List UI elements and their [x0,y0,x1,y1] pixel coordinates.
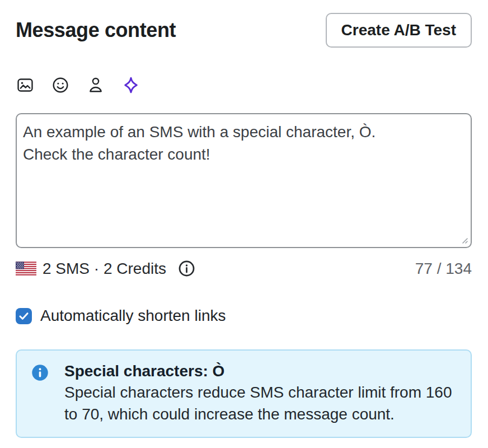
alert-title: Special characters: Ò [64,361,457,381]
message-content-panel: Message content Create A/B Test [0,0,488,438]
credits-info-icon[interactable] [177,259,196,278]
header: Message content Create A/B Test [16,0,472,48]
create-ab-test-button[interactable]: Create A/B Test [326,13,472,48]
sms-credit-count: 2 SMS · 2 Credits [43,260,166,278]
message-textarea[interactable]: An example of an SMS with a special char… [16,113,472,248]
message-editor: An example of an SMS with a special char… [16,113,472,248]
checkmark-icon [18,310,30,322]
special-characters-alert: Special characters: Ò Special characters… [16,349,472,438]
emoji-icon[interactable] [51,76,70,95]
shorten-links-label: Automatically shorten links [40,307,226,325]
page-title: Message content [16,18,176,42]
info-filled-icon [31,364,49,381]
image-icon[interactable] [16,76,35,95]
shorten-links-option: Automatically shorten links [16,307,472,325]
us-flag-icon [16,262,36,276]
alert-content: Special characters: Ò Special characters… [64,361,457,425]
resize-handle-icon[interactable] [460,236,468,244]
shorten-links-checkbox[interactable] [16,308,32,324]
ai-sparkle-icon[interactable] [121,76,140,95]
character-counter: 77 / 134 [415,260,472,278]
sms-count-row: 2 SMS · 2 Credits 77 / 134 [16,259,472,278]
composer-toolbar [16,76,472,95]
alert-body: Special characters reduce SMS character … [64,381,457,425]
personalization-icon[interactable] [86,76,105,95]
